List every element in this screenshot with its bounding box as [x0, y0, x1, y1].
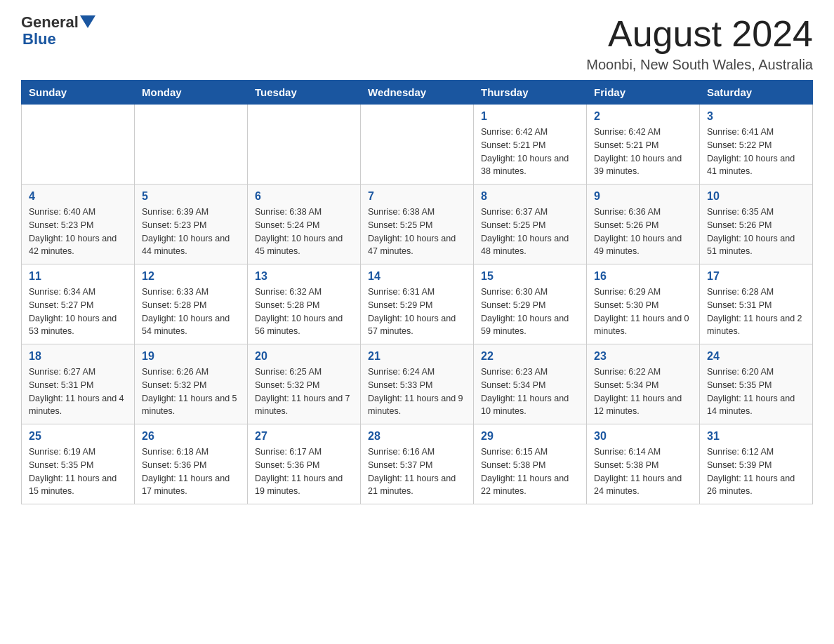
day-number: 4 [29, 190, 127, 203]
calendar-cell: 25Sunrise: 6:19 AMSunset: 5:35 PMDayligh… [22, 424, 135, 504]
calendar-table: SundayMondayTuesdayWednesdayThursdayFrid… [21, 80, 813, 504]
day-number: 18 [29, 350, 127, 363]
day-info: Sunrise: 6:30 AMSunset: 5:29 PMDaylight:… [481, 286, 579, 338]
header-friday: Friday [587, 81, 700, 105]
day-info: Sunrise: 6:42 AMSunset: 5:21 PMDaylight:… [481, 126, 579, 178]
day-number: 10 [707, 190, 805, 203]
calendar-cell: 17Sunrise: 6:28 AMSunset: 5:31 PMDayligh… [700, 264, 813, 344]
days-of-week-row: SundayMondayTuesdayWednesdayThursdayFrid… [22, 81, 813, 105]
calendar-header: SundayMondayTuesdayWednesdayThursdayFrid… [22, 81, 813, 105]
calendar-cell [361, 105, 474, 185]
day-number: 19 [142, 350, 240, 363]
day-info: Sunrise: 6:39 AMSunset: 5:23 PMDaylight:… [142, 206, 240, 258]
calendar-cell: 29Sunrise: 6:15 AMSunset: 5:38 PMDayligh… [474, 424, 587, 504]
day-number: 25 [29, 430, 127, 443]
logo-general-text: General [21, 14, 79, 31]
day-info: Sunrise: 6:24 AMSunset: 5:33 PMDaylight:… [368, 365, 466, 418]
svg-marker-0 [80, 15, 95, 28]
day-info: Sunrise: 6:15 AMSunset: 5:38 PMDaylight:… [481, 445, 579, 498]
day-number: 16 [594, 270, 692, 283]
day-number: 17 [707, 270, 805, 283]
calendar-cell: 22Sunrise: 6:23 AMSunset: 5:34 PMDayligh… [474, 344, 587, 424]
header-wednesday: Wednesday [361, 81, 474, 105]
day-number: 15 [481, 270, 579, 283]
day-info: Sunrise: 6:12 AMSunset: 5:39 PMDaylight:… [707, 445, 805, 498]
week-row-2: 4Sunrise: 6:40 AMSunset: 5:23 PMDaylight… [22, 185, 813, 264]
header-saturday: Saturday [700, 81, 813, 105]
calendar-cell: 31Sunrise: 6:12 AMSunset: 5:39 PMDayligh… [700, 424, 813, 504]
day-info: Sunrise: 6:35 AMSunset: 5:26 PMDaylight:… [707, 206, 805, 258]
day-info: Sunrise: 6:16 AMSunset: 5:37 PMDaylight:… [368, 445, 466, 498]
calendar-cell: 28Sunrise: 6:16 AMSunset: 5:37 PMDayligh… [361, 424, 474, 504]
day-info: Sunrise: 6:42 AMSunset: 5:21 PMDaylight:… [594, 126, 692, 178]
day-info: Sunrise: 6:32 AMSunset: 5:28 PMDaylight:… [255, 286, 353, 338]
calendar-cell: 30Sunrise: 6:14 AMSunset: 5:38 PMDayligh… [587, 424, 700, 504]
calendar-cell: 11Sunrise: 6:34 AMSunset: 5:27 PMDayligh… [22, 264, 135, 344]
calendar-cell: 8Sunrise: 6:37 AMSunset: 5:25 PMDaylight… [474, 185, 587, 264]
day-number: 29 [481, 430, 579, 443]
day-number: 7 [368, 190, 466, 203]
day-info: Sunrise: 6:22 AMSunset: 5:34 PMDaylight:… [594, 365, 692, 418]
day-number: 26 [142, 430, 240, 443]
week-row-4: 18Sunrise: 6:27 AMSunset: 5:31 PMDayligh… [22, 344, 813, 424]
day-number: 9 [594, 190, 692, 203]
calendar-cell: 23Sunrise: 6:22 AMSunset: 5:34 PMDayligh… [587, 344, 700, 424]
day-number: 2 [594, 110, 692, 123]
week-row-5: 25Sunrise: 6:19 AMSunset: 5:35 PMDayligh… [22, 424, 813, 504]
calendar-cell: 4Sunrise: 6:40 AMSunset: 5:23 PMDaylight… [22, 185, 135, 264]
calendar-cell: 26Sunrise: 6:18 AMSunset: 5:36 PMDayligh… [135, 424, 248, 504]
day-number: 23 [594, 350, 692, 363]
day-number: 3 [707, 110, 805, 123]
day-info: Sunrise: 6:33 AMSunset: 5:28 PMDaylight:… [142, 286, 240, 338]
calendar-cell: 16Sunrise: 6:29 AMSunset: 5:30 PMDayligh… [587, 264, 700, 344]
calendar-cell: 10Sunrise: 6:35 AMSunset: 5:26 PMDayligh… [700, 185, 813, 264]
day-number: 22 [481, 350, 579, 363]
day-number: 20 [255, 350, 353, 363]
calendar-cell: 13Sunrise: 6:32 AMSunset: 5:28 PMDayligh… [248, 264, 361, 344]
calendar-cell [135, 105, 248, 185]
day-number: 21 [368, 350, 466, 363]
day-number: 31 [707, 430, 805, 443]
day-number: 11 [29, 270, 127, 283]
day-number: 30 [594, 430, 692, 443]
day-info: Sunrise: 6:14 AMSunset: 5:38 PMDaylight:… [594, 445, 692, 498]
calendar-cell: 3Sunrise: 6:41 AMSunset: 5:22 PMDaylight… [700, 105, 813, 185]
day-info: Sunrise: 6:20 AMSunset: 5:35 PMDaylight:… [707, 365, 805, 418]
header-monday: Monday [135, 81, 248, 105]
week-row-1: 1Sunrise: 6:42 AMSunset: 5:21 PMDaylight… [22, 105, 813, 185]
calendar-cell: 19Sunrise: 6:26 AMSunset: 5:32 PMDayligh… [135, 344, 248, 424]
day-number: 13 [255, 270, 353, 283]
calendar-cell: 9Sunrise: 6:36 AMSunset: 5:26 PMDaylight… [587, 185, 700, 264]
logo-blue-text: Blue [22, 31, 56, 48]
calendar-cell [22, 105, 135, 185]
day-info: Sunrise: 6:38 AMSunset: 5:25 PMDaylight:… [368, 206, 466, 258]
calendar-cell: 14Sunrise: 6:31 AMSunset: 5:29 PMDayligh… [361, 264, 474, 344]
calendar-cell: 1Sunrise: 6:42 AMSunset: 5:21 PMDaylight… [474, 105, 587, 185]
calendar-cell: 18Sunrise: 6:27 AMSunset: 5:31 PMDayligh… [22, 344, 135, 424]
page-header: General Blue August 2024 Moonbi, New Sou… [21, 14, 813, 73]
month-year-title: August 2024 [586, 14, 813, 54]
day-info: Sunrise: 6:29 AMSunset: 5:30 PMDaylight:… [594, 286, 692, 338]
calendar-cell: 21Sunrise: 6:24 AMSunset: 5:33 PMDayligh… [361, 344, 474, 424]
calendar-cell: 2Sunrise: 6:42 AMSunset: 5:21 PMDaylight… [587, 105, 700, 185]
calendar-cell: 7Sunrise: 6:38 AMSunset: 5:25 PMDaylight… [361, 185, 474, 264]
day-number: 12 [142, 270, 240, 283]
day-info: Sunrise: 6:23 AMSunset: 5:34 PMDaylight:… [481, 365, 579, 418]
calendar-cell: 5Sunrise: 6:39 AMSunset: 5:23 PMDaylight… [135, 185, 248, 264]
day-info: Sunrise: 6:17 AMSunset: 5:36 PMDaylight:… [255, 445, 353, 498]
day-info: Sunrise: 6:27 AMSunset: 5:31 PMDaylight:… [29, 365, 127, 418]
day-info: Sunrise: 6:34 AMSunset: 5:27 PMDaylight:… [29, 286, 127, 338]
header-thursday: Thursday [474, 81, 587, 105]
calendar-cell: 20Sunrise: 6:25 AMSunset: 5:32 PMDayligh… [248, 344, 361, 424]
day-number: 1 [481, 110, 579, 123]
day-number: 8 [481, 190, 579, 203]
day-info: Sunrise: 6:19 AMSunset: 5:35 PMDaylight:… [29, 445, 127, 498]
calendar-cell: 15Sunrise: 6:30 AMSunset: 5:29 PMDayligh… [474, 264, 587, 344]
calendar-cell: 6Sunrise: 6:38 AMSunset: 5:24 PMDaylight… [248, 185, 361, 264]
day-info: Sunrise: 6:38 AMSunset: 5:24 PMDaylight:… [255, 206, 353, 258]
day-number: 5 [142, 190, 240, 203]
calendar-body: 1Sunrise: 6:42 AMSunset: 5:21 PMDaylight… [22, 105, 813, 504]
week-row-3: 11Sunrise: 6:34 AMSunset: 5:27 PMDayligh… [22, 264, 813, 344]
day-number: 24 [707, 350, 805, 363]
header-tuesday: Tuesday [248, 81, 361, 105]
